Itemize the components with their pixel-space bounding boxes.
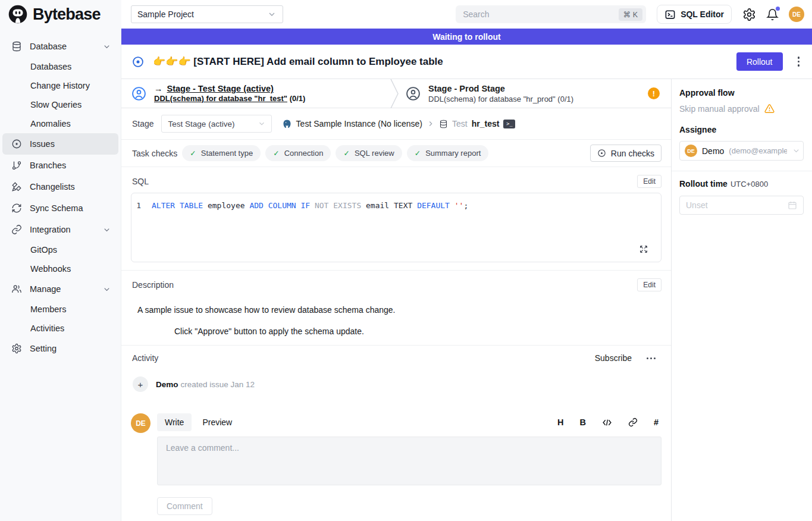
user-avatar[interactable]: DE: [789, 7, 804, 22]
sidebar-item-sync-schema[interactable]: Sync Schema: [2, 197, 118, 219]
comment-submit-button[interactable]: Comment: [157, 497, 212, 515]
sidebar-item-setting[interactable]: Setting: [2, 338, 118, 359]
users-icon: [11, 284, 22, 294]
activity-more-kebab[interactable]: [644, 355, 658, 362]
stage-picker-label: Stage: [132, 119, 154, 128]
comment-avatar: DE: [131, 413, 151, 433]
sidebar-item-changelists[interactable]: Changelists: [2, 176, 118, 197]
subscribe-button[interactable]: Subscribe: [595, 353, 632, 363]
rollout-button[interactable]: Rollout: [736, 52, 783, 71]
more-options-kebab[interactable]: [795, 54, 802, 69]
tab-preview[interactable]: Preview: [195, 413, 240, 431]
issue-circle-dot-icon: [11, 139, 22, 149]
sql-editor[interactable]: 1 ALTER TABLE employee ADD COLUMN IF NOT…: [131, 193, 661, 262]
code-icon[interactable]: [602, 418, 612, 428]
check-success-icon: ✓: [273, 149, 279, 158]
run-circle-icon: [597, 149, 606, 158]
pencil-ruler-icon: [11, 181, 22, 192]
assignee-title: Assignee: [679, 125, 804, 134]
sql-editor-button[interactable]: SQL Editor: [657, 5, 732, 24]
sidebar-item-webhooks[interactable]: Webhooks: [2, 259, 118, 278]
check-pill-summary-report[interactable]: ✓ Summary report: [407, 145, 489, 161]
stage-title: Stage - Test Stage (active): [167, 84, 274, 93]
assignee-select[interactable]: DE Demo (demo@example: [679, 141, 804, 161]
activity-action: created issue Jan 12: [181, 380, 255, 389]
refresh-sync-icon: [11, 203, 22, 214]
stage-card-test[interactable]: →Stage - Test Stage (active) DDL(schema)…: [121, 84, 390, 103]
project-select[interactable]: Sample Project: [131, 5, 283, 23]
chevron-down-icon: [102, 285, 111, 294]
active-stage-arrow: →: [154, 84, 163, 93]
issue-title: 👉👉👉 [START HERE] Add email column to Emp…: [153, 55, 443, 68]
sql-editor-label: SQL Editor: [681, 10, 724, 19]
sidebar-item-change-history[interactable]: Change History: [2, 76, 118, 95]
sidebar-item-members[interactable]: Members: [2, 300, 118, 319]
brand-name: Bytebase: [33, 5, 101, 24]
check-pill-connection[interactable]: ✓ Connection: [265, 145, 331, 161]
heading-icon[interactable]: H: [557, 418, 563, 427]
assignee-avatar: DE: [685, 145, 697, 157]
line-number: 1: [131, 200, 152, 211]
sidebar-item-integration[interactable]: Integration: [2, 219, 118, 240]
rollout-time-input[interactable]: Unset: [679, 196, 804, 215]
sidebar-item-database[interactable]: Database: [2, 36, 118, 57]
check-success-icon: ✓: [190, 149, 196, 158]
link-icon: [11, 224, 22, 235]
stage-title: Stage - Prod Stage: [428, 84, 573, 93]
description-edit-button[interactable]: Edit: [637, 278, 661, 291]
stage-select[interactable]: Test Stage (active): [161, 115, 272, 133]
sidebar-item-slow-queries[interactable]: Slow Queries: [2, 95, 118, 114]
sql-section-header: SQL Edit: [121, 167, 671, 193]
link-icon[interactable]: [628, 418, 638, 427]
check-pill-sql-review[interactable]: ✓ SQL review: [336, 145, 402, 161]
chevron-down-icon: [102, 42, 111, 51]
database-breadcrumb: Test Sample Instance (No license) Test h…: [282, 119, 516, 129]
hash-icon[interactable]: #: [654, 418, 659, 427]
bold-icon[interactable]: B: [579, 418, 585, 427]
sidebar-item-manage[interactable]: Manage: [2, 278, 118, 300]
activity-label: Activity: [132, 353, 158, 363]
database-cylinder-icon: [439, 120, 448, 128]
bytebase-logo[interactable]: Bytebase: [0, 0, 121, 29]
sidebar-item-activities[interactable]: Activities: [2, 319, 118, 338]
sql-edit-button[interactable]: Edit: [637, 175, 661, 188]
status-banner: Waiting to rollout: [121, 29, 812, 45]
topbar: Bytebase Sample Project Search ⌘ K SQL E…: [0, 0, 812, 29]
stage-task-count: (0/1): [290, 94, 306, 103]
stage-picker-row: Stage Test Stage (active) Test Sample In…: [121, 108, 671, 140]
activity-entry: + Democreated issue Jan 12: [121, 363, 671, 392]
description-section-header: Description Edit: [121, 271, 671, 296]
issue-title-row: 👉👉👉 [START HERE] Add email column to Emp…: [121, 45, 812, 79]
run-checks-button[interactable]: Run checks: [590, 145, 661, 162]
comment-input[interactable]: [157, 437, 661, 485]
sidebar-item-anomalies[interactable]: Anomalies: [2, 114, 118, 133]
database-name[interactable]: hr_test: [472, 119, 500, 128]
expand-fullscreen-icon[interactable]: [639, 244, 648, 254]
rollout-time-value: Unset: [686, 200, 708, 210]
comment-tabs: Write Preview H B #: [157, 413, 661, 431]
sidebar-item-issues[interactable]: Issues: [2, 133, 118, 155]
stage-separator-chevron: [390, 79, 399, 108]
settings-gear-button[interactable]: [742, 8, 756, 21]
warning-circle-icon: !: [648, 87, 660, 99]
postgres-icon: [282, 119, 292, 129]
timezone-label: UTC+0800: [731, 180, 768, 189]
approval-flow-value: Skip manual approval: [679, 104, 760, 114]
check-pill-statement-type[interactable]: ✓ Statement type: [182, 145, 261, 161]
sidebar-item-databases[interactable]: Databases: [2, 57, 118, 76]
chevron-down-icon: [792, 146, 801, 155]
instance-name[interactable]: Test Sample Instance (No license): [296, 119, 422, 128]
stage-task: DDL(schema) for database "hr_test": [154, 94, 287, 103]
activity-actor: Demo: [156, 380, 178, 389]
chevron-down-icon: [258, 120, 266, 128]
tab-write[interactable]: Write: [157, 413, 192, 431]
search-input[interactable]: Search ⌘ K: [456, 5, 646, 23]
sql-code-line: 1 ALTER TABLE employee ADD COLUMN IF NOT…: [131, 200, 661, 211]
open-sql-editor-badge[interactable]: >_: [503, 120, 515, 128]
issue-open-icon: [132, 56, 144, 68]
chevron-right-icon: [427, 120, 435, 128]
sidebar-item-branches[interactable]: Branches: [2, 155, 118, 176]
notifications-bell-button[interactable]: [766, 8, 779, 21]
stage-card-prod[interactable]: Stage - Prod Stage DDL(schema) for datab…: [399, 84, 671, 103]
sidebar-item-gitops[interactable]: GitOps: [2, 240, 118, 259]
